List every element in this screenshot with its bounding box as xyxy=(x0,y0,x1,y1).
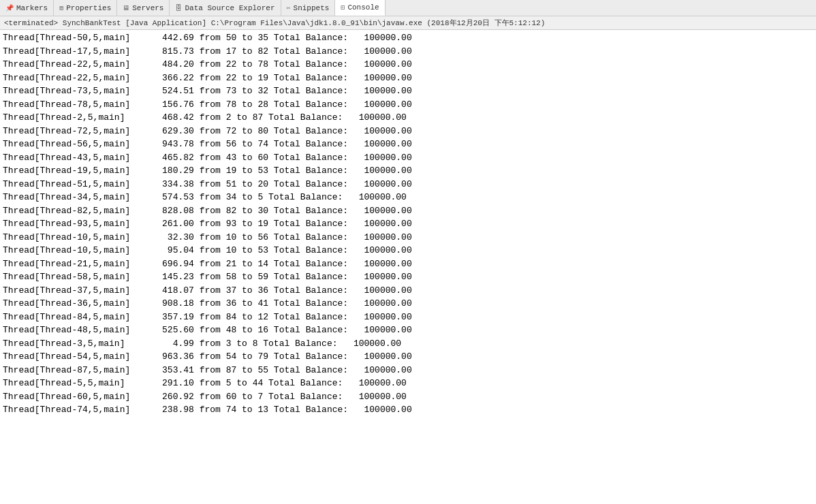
data-source-explorer-label: Data Source Explorer xyxy=(185,4,274,12)
console-line: Thread[Thread-34,5,main] 574.53 from 34 … xyxy=(3,191,813,204)
title-text: <terminated> SynchBankTest [Java Applica… xyxy=(4,18,545,28)
console-line: Thread[Thread-3,5,main] 4.99 from 3 to 8… xyxy=(3,337,813,351)
console-line: Thread[Thread-78,5,main] 156.76 from 78 … xyxy=(3,98,813,112)
console-line: Thread[Thread-10,5,main] 32.30 from 10 t… xyxy=(3,231,813,245)
properties-label: Properties xyxy=(66,4,111,12)
tab-bar: 📌Markers⊞Properties🖥Servers🗄Data Source … xyxy=(0,0,816,16)
console-line: Thread[Thread-74,5,main] 238.98 from 74 … xyxy=(3,403,813,417)
tab-snippets[interactable]: ✂Snippets xyxy=(281,0,336,16)
console-line: Thread[Thread-93,5,main] 261.00 from 93 … xyxy=(3,217,813,231)
console-line: Thread[Thread-87,5,main] 353.41 from 87 … xyxy=(3,364,813,377)
console-line: Thread[Thread-58,5,main] 145.23 from 58 … xyxy=(3,270,813,284)
console-area[interactable]: Thread[Thread-50,5,main] 442.69 from 50 … xyxy=(0,30,816,504)
snippets-icon: ✂ xyxy=(287,4,291,12)
console-line: Thread[Thread-21,5,main] 696.94 from 21 … xyxy=(3,257,813,271)
console-line: Thread[Thread-5,5,main] 291.10 from 5 to… xyxy=(3,377,813,390)
console-label: Console xyxy=(347,3,379,12)
console-line: Thread[Thread-22,5,main] 366.22 from 22 … xyxy=(3,72,813,85)
console-line: Thread[Thread-43,5,main] 465.82 from 43 … xyxy=(3,151,813,165)
console-line: Thread[Thread-22,5,main] 484.20 from 22 … xyxy=(3,58,813,72)
console-icon: ⊡ xyxy=(341,3,345,12)
snippets-label: Snippets xyxy=(294,4,330,12)
properties-icon: ⊞ xyxy=(59,4,63,12)
console-line: Thread[Thread-82,5,main] 828.08 from 82 … xyxy=(3,204,813,218)
servers-icon: 🖥 xyxy=(123,4,129,12)
servers-label: Servers xyxy=(132,4,163,12)
console-line: Thread[Thread-72,5,main] 629.30 from 72 … xyxy=(3,125,813,138)
console-line: Thread[Thread-19,5,main] 180.29 from 19 … xyxy=(3,164,813,178)
console-line: Thread[Thread-2,5,main] 468.42 from 2 to… xyxy=(3,111,813,125)
console-line: Thread[Thread-50,5,main] 442.69 from 50 … xyxy=(3,31,813,45)
console-line: Thread[Thread-10,5,main] 95.04 from 10 t… xyxy=(3,244,813,257)
markers-label: Markers xyxy=(16,4,48,12)
markers-icon: 📌 xyxy=(5,4,14,12)
console-line: Thread[Thread-54,5,main] 963.36 from 54 … xyxy=(3,350,813,364)
console-line: Thread[Thread-37,5,main] 418.07 from 37 … xyxy=(3,284,813,298)
console-line: Thread[Thread-60,5,main] 260.92 from 60 … xyxy=(3,390,813,404)
console-line: Thread[Thread-56,5,main] 943.78 from 56 … xyxy=(3,138,813,151)
tab-properties[interactable]: ⊞Properties xyxy=(54,0,117,16)
console-line: Thread[Thread-73,5,main] 524.51 from 73 … xyxy=(3,84,813,98)
tab-servers[interactable]: 🖥Servers xyxy=(117,0,170,16)
console-line: Thread[Thread-48,5,main] 525.60 from 48 … xyxy=(3,324,813,337)
console-line: Thread[Thread-17,5,main] 815.73 from 17 … xyxy=(3,45,813,59)
title-bar: <terminated> SynchBankTest [Java Applica… xyxy=(0,16,816,30)
console-line: Thread[Thread-84,5,main] 357.19 from 84 … xyxy=(3,311,813,324)
console-line: Thread[Thread-36,5,main] 908.18 from 36 … xyxy=(3,297,813,311)
data-source-explorer-icon: 🗄 xyxy=(175,4,182,12)
tab-console[interactable]: ⊡Console xyxy=(335,0,385,16)
console-line: Thread[Thread-51,5,main] 334.38 from 51 … xyxy=(3,178,813,191)
tab-markers[interactable]: 📌Markers xyxy=(0,0,54,16)
tab-data-source-explorer[interactable]: 🗄Data Source Explorer xyxy=(170,0,281,16)
